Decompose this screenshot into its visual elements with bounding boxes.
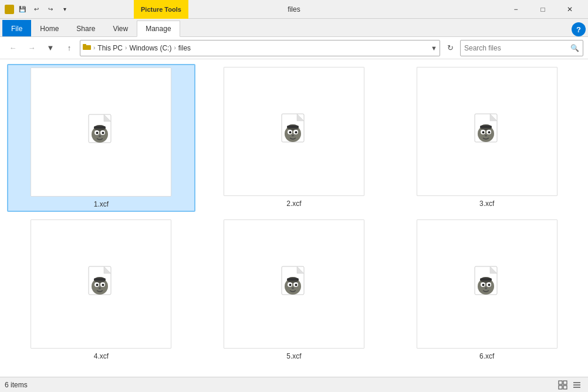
- svg-point-23: [292, 135, 294, 137]
- tab-manage[interactable]: Manage: [137, 21, 180, 37]
- tab-share[interactable]: Share: [67, 20, 104, 36]
- svg-rect-65: [563, 381, 567, 384]
- file-name: 1.xcf: [94, 200, 109, 208]
- file-item[interactable]: 6.xcf: [393, 217, 581, 363]
- svg-point-41: [96, 284, 99, 286]
- breadcrumb-thispc-text: This PC: [97, 44, 123, 52]
- forward-button[interactable]: →: [23, 40, 40, 56]
- svg-point-21: [289, 131, 291, 134]
- up-button[interactable]: ↑: [61, 40, 77, 56]
- svg-point-42: [102, 284, 104, 286]
- ribbon-help: ?: [572, 22, 586, 36]
- picture-tools-label: Picture Tools: [134, 0, 188, 19]
- file-name: 3.xcf: [479, 200, 494, 208]
- tab-home[interactable]: Home: [31, 20, 67, 36]
- svg-point-43: [99, 288, 101, 289]
- breadcrumb-drive: Windows (C:): [129, 44, 171, 52]
- svg-point-11: [96, 132, 99, 134]
- file-thumbnail: [417, 67, 557, 196]
- file-thumbnail: [417, 219, 557, 349]
- breadcrumb-arrow-3: ›: [174, 45, 175, 51]
- close-button[interactable]: ✕: [556, 0, 583, 19]
- svg-point-63: [485, 288, 487, 289]
- svg-rect-48: [287, 278, 299, 281]
- recent-locations-button[interactable]: ▼: [42, 40, 59, 56]
- file-item[interactable]: 3.xcf: [393, 64, 581, 212]
- svg-rect-28: [480, 126, 492, 128]
- breadcrumb-arrow-1: ›: [93, 45, 95, 51]
- search-box[interactable]: 🔍: [460, 40, 583, 56]
- file-item[interactable]: 4.xcf: [7, 217, 195, 363]
- details-view-button[interactable]: [570, 379, 583, 391]
- svg-rect-64: [559, 381, 562, 384]
- title-bar-left: 💾 ↩ ↪ ▾: [5, 4, 70, 15]
- redo-qat-button[interactable]: ↪: [45, 4, 56, 15]
- svg-rect-58: [480, 278, 492, 281]
- file-name: 5.xcf: [286, 352, 301, 360]
- address-bar: ← → ▼ ↑ › This PC › Windows (C:) › files…: [0, 37, 588, 59]
- refresh-button[interactable]: ↻: [442, 40, 458, 56]
- qat-dropdown-button[interactable]: ▾: [59, 4, 70, 15]
- ribbon: File Home Share View Manage ?: [0, 19, 588, 37]
- svg-rect-8: [94, 126, 106, 129]
- window-controls: − □ ✕: [502, 0, 583, 19]
- large-icons-view-button[interactable]: [556, 379, 569, 391]
- save-qat-button[interactable]: 💾: [16, 4, 28, 15]
- svg-rect-3: [83, 44, 86, 46]
- file-name: 6.xcf: [479, 352, 494, 360]
- svg-rect-2: [83, 45, 91, 50]
- svg-point-12: [102, 132, 104, 134]
- svg-rect-18: [287, 126, 299, 128]
- file-thumbnail: [31, 67, 171, 197]
- svg-point-32: [488, 131, 490, 134]
- address-chevron-icon[interactable]: ▼: [431, 45, 437, 52]
- file-name: 4.xcf: [94, 352, 109, 360]
- svg-point-61: [482, 284, 484, 286]
- undo-qat-button[interactable]: ↩: [31, 4, 42, 15]
- view-icons: [556, 379, 583, 391]
- search-icon[interactable]: 🔍: [570, 44, 579, 52]
- svg-point-31: [482, 131, 484, 134]
- svg-rect-38: [94, 278, 106, 281]
- folder-icon: [5, 5, 14, 14]
- title-bar: 💾 ↩ ↪ ▾ Picture Tools files − □ ✕: [0, 0, 588, 19]
- svg-point-53: [292, 288, 294, 289]
- breadcrumb-folder-icon: [83, 43, 91, 52]
- file-grid: 1.xcf 2.xcf: [7, 64, 581, 363]
- ribbon-tabs: File Home Share View Manage ?: [0, 19, 588, 36]
- window-title: files: [288, 5, 300, 13]
- breadcrumb-files: files: [178, 44, 191, 52]
- svg-point-51: [289, 284, 291, 286]
- file-thumbnail: [224, 67, 364, 196]
- svg-rect-1: [6, 7, 9, 9]
- svg-point-13: [99, 136, 101, 137]
- file-item[interactable]: 2.xcf: [200, 64, 388, 212]
- file-name: 2.xcf: [286, 200, 301, 208]
- main-content: 1.xcf 2.xcf: [0, 59, 588, 377]
- file-thumbnail: [31, 219, 171, 349]
- svg-point-52: [295, 284, 297, 286]
- file-thumbnail: [224, 219, 364, 349]
- svg-rect-67: [563, 386, 567, 389]
- tab-view[interactable]: View: [104, 20, 137, 36]
- status-bar: 6 items: [0, 377, 588, 392]
- file-item[interactable]: 1.xcf: [7, 64, 195, 212]
- tab-file[interactable]: File: [2, 20, 31, 36]
- breadcrumb-thispc: [83, 43, 91, 52]
- svg-point-62: [488, 284, 490, 286]
- svg-point-22: [295, 131, 297, 134]
- svg-rect-0: [6, 8, 13, 12]
- search-input[interactable]: [464, 44, 568, 52]
- svg-rect-66: [559, 386, 562, 389]
- item-count: 6 items: [5, 381, 28, 389]
- address-box[interactable]: › This PC › Windows (C:) › files ▼: [80, 40, 440, 56]
- minimize-button[interactable]: −: [502, 0, 529, 19]
- svg-point-33: [485, 135, 487, 137]
- maximize-button[interactable]: □: [529, 0, 556, 19]
- breadcrumb-arrow-2: ›: [125, 45, 127, 51]
- help-button[interactable]: ?: [572, 22, 586, 36]
- back-button[interactable]: ←: [5, 40, 21, 56]
- file-item[interactable]: 5.xcf: [200, 217, 388, 363]
